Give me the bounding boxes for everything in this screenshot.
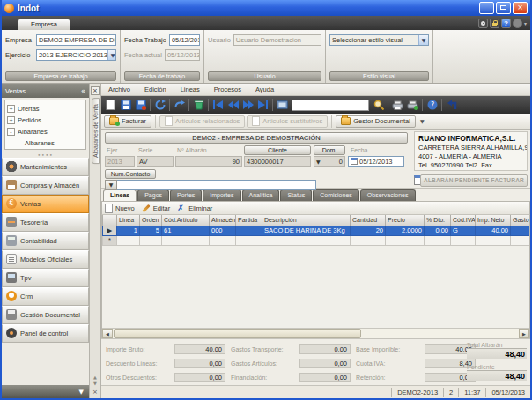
sidebar-item-tesoreria[interactable]: Tesorería — [2, 213, 89, 232]
sidebar-item-modelos-oficiales[interactable]: Modelos Oficiales — [2, 250, 89, 269]
horizontal-scrollbar[interactable]: ◀ ▶ — [102, 328, 529, 338]
close-button[interactable]: × — [513, 2, 528, 14]
settings-gear-icon[interactable] — [478, 19, 488, 28]
fecha-trabajo-select[interactable]: 05/12/2013▼ — [169, 34, 200, 46]
exit-icon[interactable] — [446, 100, 457, 111]
fecha-field[interactable]: 05/12/2013 — [348, 156, 404, 167]
tab-portes[interactable]: Portes — [170, 189, 202, 201]
dom-field[interactable]: ▼0 — [314, 156, 345, 167]
col-imp-neto[interactable]: Imp. Neto — [476, 215, 511, 226]
table-row[interactable]: ▶ 1 5 61 000 SACO DE HARINA DE 3Kg 20 2,… — [103, 226, 531, 235]
chevron-down-icon[interactable]: ▼ — [105, 180, 117, 190]
tab-comisiones[interactable]: Comisiones — [313, 189, 359, 201]
minus-box-icon[interactable]: - — [7, 128, 15, 136]
close-icon[interactable]: × — [92, 389, 98, 396]
cell-dto[interactable]: 0,00 — [425, 226, 451, 235]
new-document-icon[interactable] — [105, 100, 116, 111]
cell-imp-neto[interactable]: 40,00 — [476, 226, 511, 235]
tab-status[interactable]: Status — [280, 189, 312, 201]
company-selector-button[interactable]: DEMO2 - EMPRESA DE DEMOSTRACIÓN — [105, 132, 408, 144]
new-row[interactable]: * — [103, 235, 531, 245]
scroll-left-icon[interactable]: ◀ — [102, 329, 113, 338]
facturar-button[interactable]: Facturar — [104, 115, 151, 128]
col-precio[interactable]: Precio — [386, 215, 425, 226]
help-icon[interactable]: ? — [426, 100, 438, 111]
cell-almacen[interactable]: 000 — [210, 226, 236, 235]
ejercicio-select[interactable]: 2013-EJERCICIO 2013▼ — [36, 49, 116, 61]
menu-procesos[interactable]: Procesos — [207, 85, 248, 93]
search-icon[interactable] — [373, 100, 384, 111]
col-cod-articulo[interactable]: Cód.Artículo — [162, 215, 210, 226]
menu-ayuda[interactable]: Ayuda — [248, 85, 281, 93]
tab-albaranes-de-venta[interactable]: Albaranes de Venta — [92, 98, 100, 164]
cell-cod-iva[interactable]: G — [451, 226, 476, 235]
sidebar-item-crm[interactable]: Crm — [2, 287, 89, 306]
scroll-up-icon[interactable]: ▲ — [93, 374, 97, 381]
sidebar-item-panel-control[interactable]: Panel de control — [2, 324, 89, 343]
col-orden[interactable]: Orden — [140, 215, 162, 226]
collapse-chevron-icon[interactable]: « — [81, 87, 85, 95]
col-almacen[interactable]: Almacén — [210, 215, 236, 226]
first-record-icon[interactable] — [212, 100, 224, 111]
sidebar-item-gestion-documental[interactable]: Gestión Documental — [2, 306, 89, 324]
cell-linea[interactable]: 1 — [117, 226, 140, 235]
sidebar-item-contabilidad[interactable]: Contabilidad — [2, 232, 89, 250]
plus-box-icon[interactable]: + — [7, 116, 15, 124]
close-icon[interactable]: × — [91, 86, 100, 95]
tree-item-ofertas[interactable]: +Ofertas — [7, 103, 84, 115]
cliente-field[interactable]: 4300000017 — [244, 156, 311, 167]
tab-analitica[interactable]: Analítica — [242, 189, 280, 201]
scroll-down-icon[interactable]: ▼ — [93, 381, 97, 387]
help-icon[interactable]: ? — [501, 19, 511, 28]
cliente-button[interactable]: Cliente — [244, 145, 311, 155]
plus-box-icon[interactable]: + — [7, 105, 15, 113]
empresa-select[interactable]: DEMO2-EMPRESA DE DEMOSTRACI...▼ — [36, 34, 116, 46]
minimize-button[interactable]: _ — [479, 2, 494, 14]
gestor-documental-button[interactable]: Gestor Documental — [336, 115, 416, 128]
style-icon[interactable] — [513, 19, 522, 28]
refresh-icon[interactable] — [154, 100, 166, 111]
cell-orden[interactable]: 5 — [140, 226, 162, 235]
undo-arrow-icon[interactable] — [174, 100, 185, 111]
sidebar-item-ventas[interactable]: €Ventas — [2, 195, 89, 213]
cell-descripcion[interactable]: SACO DE HARINA DE 3Kg — [262, 226, 351, 235]
estilo-visual-select[interactable]: Seleccionar estilo visual▼ — [329, 34, 429, 46]
chevron-down-icon[interactable]: ▾ — [524, 20, 527, 26]
tree-item-pedidos[interactable]: +Pedidos — [7, 115, 84, 126]
menu-edicion[interactable]: Edición — [137, 85, 174, 93]
cell-gasto[interactable]: 0, — [511, 226, 531, 235]
col-descripcion[interactable]: Descripción — [262, 215, 351, 226]
calendar-icon[interactable] — [351, 158, 358, 165]
nuevo-button[interactable]: Nuevo — [105, 204, 135, 213]
col-gasto[interactable]: Gasto a — [511, 215, 531, 226]
tree-item-facturas[interactable]: +Facturas — [7, 149, 84, 150]
tab-lineas[interactable]: Lineas — [103, 189, 137, 201]
num-contacto-button[interactable]: Num.Contacto — [105, 169, 156, 179]
tab-pagos[interactable]: Pagos — [137, 189, 169, 201]
print-icon[interactable] — [392, 100, 403, 111]
restore-button[interactable] — [496, 2, 511, 14]
sidebar-item-compras[interactable]: Compras y Almacén — [2, 176, 89, 195]
albaran-number-field[interactable]: 90 — [175, 156, 242, 167]
serie-field[interactable]: AV — [137, 156, 174, 167]
print-verify-icon[interactable] — [407, 100, 418, 111]
lock-icon[interactable] — [490, 19, 499, 28]
col-linea[interactable]: Linea — [117, 215, 140, 226]
tab-importes[interactable]: Importes — [203, 189, 240, 201]
cell-partida[interactable] — [236, 226, 262, 235]
display-icon[interactable] — [277, 100, 288, 111]
dom-button[interactable]: Dom. — [314, 145, 345, 155]
menu-lineas[interactable]: Lineas — [174, 85, 207, 93]
tab-empresa[interactable]: Empresa — [18, 19, 70, 30]
cell-cod-articulo[interactable]: 61 — [162, 226, 210, 235]
cell-precio[interactable]: 2,0000 — [386, 226, 425, 235]
num-contacto-input[interactable] — [117, 180, 316, 190]
cell-cantidad[interactable]: 20 — [351, 226, 386, 235]
col-partida[interactable]: Partida — [236, 215, 262, 226]
last-record-icon[interactable] — [257, 100, 269, 111]
sidebar-item-mantenimientos[interactable]: Mantenimientos — [2, 158, 89, 176]
tree-item-albaranes-child[interactable]: Albaranes — [7, 137, 84, 149]
next-record-icon[interactable] — [242, 100, 254, 111]
chevron-down-icon[interactable]: ▼ — [316, 159, 321, 165]
col-cantidad[interactable]: Cantidad — [351, 215, 386, 226]
